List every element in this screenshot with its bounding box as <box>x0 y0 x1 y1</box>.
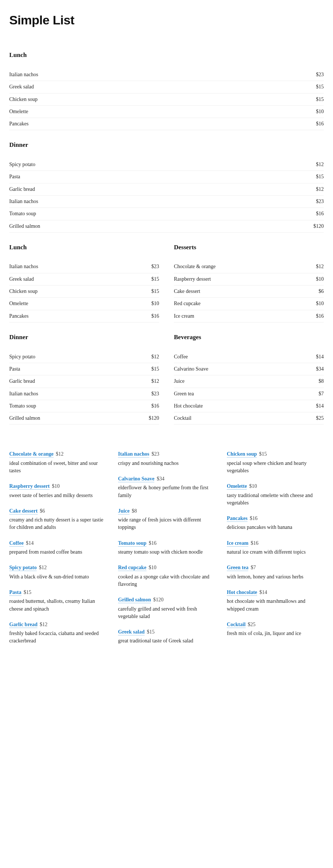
menu-row: Pasta$15 <box>9 363 159 375</box>
desc-item-link[interactable]: Grilled salmon <box>118 597 151 603</box>
desc-item-link[interactable]: Greek salad <box>118 629 145 635</box>
menu-item-name: Chocolate & orange <box>174 263 216 270</box>
desc-item: Juice$8wide range of fresh juices with d… <box>118 507 215 531</box>
menu-row: Spicy potato$12 <box>9 351 159 363</box>
desc-item-price: $16 <box>250 516 258 521</box>
desc-item-price: $12 <box>56 451 64 457</box>
menu-section: LunchItalian nachos$23Greek salad$15Chic… <box>9 51 324 130</box>
section-title: Beverages <box>174 333 324 342</box>
menu-item-name: Grilled salmon <box>9 223 40 230</box>
desc-item-link[interactable]: Juice <box>118 508 130 514</box>
desc-item-text: fresh mix of cola, jin, liquor and ice <box>227 630 324 637</box>
menu-item-price: $7 <box>319 390 324 398</box>
menu-item-name: Calvarino Soave <box>174 365 208 373</box>
desc-item-link[interactable]: Cake dessert <box>9 508 38 514</box>
desc-item-link[interactable]: Spicy potato <box>9 565 37 571</box>
desc-item-text: elderflower & honey perfume from the fir… <box>118 484 215 499</box>
menu-row: Italian nachos$23 <box>9 196 324 208</box>
menu-item-name: Pasta <box>9 365 20 373</box>
menu-item-name: Coffee <box>174 353 188 361</box>
desc-item-link[interactable]: Omelette <box>227 483 247 490</box>
menu-row: Ice cream$16 <box>174 310 324 322</box>
desc-item: Cocktail$25fresh mix of cola, jin, liquo… <box>227 621 324 638</box>
desc-item-price: $15 <box>24 590 31 595</box>
desc-item-price: $120 <box>153 597 164 602</box>
desc-item-link[interactable]: Ice cream <box>227 540 248 547</box>
desc-item-link[interactable]: Pasta <box>9 590 21 596</box>
desc-item-text: wide range of fresh juices with differen… <box>118 516 215 531</box>
desc-item: Pasta$15roasted butternut, shallots, cre… <box>9 589 106 613</box>
menu-item-price: $23 <box>316 71 324 78</box>
desc-item-link[interactable]: Chocolate & orange <box>9 451 54 457</box>
desc-item-text: With a black olive & sun-dried tomato <box>9 573 106 581</box>
menu-row: Hot chocolate$14 <box>174 400 324 412</box>
menu-item-price: $120 <box>313 223 324 230</box>
menu-item-price: $16 <box>151 402 159 410</box>
desc-item: Greek salad$15great traditional taste of… <box>118 628 215 645</box>
menu-item-price: $23 <box>316 198 324 205</box>
menu-item-name: Tomato soup <box>9 402 36 410</box>
menu-row: Grilled salmon$120 <box>9 220 324 233</box>
desc-item-link[interactable]: Tomato soup <box>118 540 147 547</box>
desc-item-link[interactable]: Green tea <box>227 565 248 571</box>
menu-item-price: $25 <box>316 415 324 422</box>
menu-item-name: Pasta <box>9 173 20 180</box>
menu-row: Cocktail$25 <box>174 412 324 425</box>
desc-item-link[interactable]: Chicken soup <box>227 451 257 457</box>
menu-item-name: Raspberry dessert <box>174 276 211 283</box>
desc-item-price: $12 <box>40 622 47 627</box>
desc-item: Cake dessert$6creamy and rich nutty dess… <box>9 507 106 531</box>
menu-item-price: $16 <box>316 210 324 217</box>
menu-item-name: Garlic bread <box>9 378 35 385</box>
desc-item: Garlic bread$12freshly baked focaccia, c… <box>9 621 106 645</box>
menu-section: DinnerSpicy potato$12Pasta$15Garlic brea… <box>9 333 159 425</box>
menu-item-price: $12 <box>151 353 159 361</box>
desc-item-price: $10 <box>149 565 157 570</box>
desc-item-price: $14 <box>259 590 267 595</box>
menu-item-price: $12 <box>316 263 324 270</box>
menu-item-name: Omelette <box>9 300 28 307</box>
desc-item: Red cupcake$10cooked as a sponge cake wi… <box>118 564 215 588</box>
section-title: Lunch <box>9 243 159 252</box>
menu-item-name: Pancakes <box>9 120 28 128</box>
desc-item-text: cooked as a sponge cake with chocolate a… <box>118 573 215 588</box>
desc-item-link[interactable]: Pancakes <box>227 516 248 522</box>
desc-item-price: $10 <box>52 483 60 489</box>
menu-item-name: Omelette <box>9 108 28 115</box>
menu-item-name: Red cupcake <box>174 300 201 307</box>
desc-item-link[interactable]: Coffee <box>9 540 24 547</box>
desc-item-link[interactable]: Garlic bread <box>9 622 37 628</box>
menu-row: Garlic bread$12 <box>9 375 159 388</box>
menu-row: Italian nachos$23 <box>9 69 324 81</box>
menu-item-name: Greek salad <box>9 276 34 283</box>
menu-item-name: Hot chocolate <box>174 402 203 410</box>
menu-row: Omelette$10 <box>9 298 159 310</box>
desc-item: Chocolate & orange$12ideal combination o… <box>9 450 106 474</box>
menu-item-name: Ice cream <box>174 313 194 320</box>
menu-item-price: $15 <box>316 96 324 103</box>
menu-item-price: $14 <box>316 402 324 410</box>
menu-row: Greek salad$15 <box>9 81 324 93</box>
desc-item-link[interactable]: Cocktail <box>227 622 246 628</box>
desc-item: Ice cream$16natural ice cream with diffe… <box>227 540 324 556</box>
desc-item-link[interactable]: Red cupcake <box>118 565 147 571</box>
desc-item: Italian nachos$23crispy and nourishing n… <box>118 450 215 467</box>
menu-item-price: $10 <box>316 108 324 115</box>
section-title: Dinner <box>9 141 324 150</box>
menu-item-name: Italian nachos <box>9 71 38 78</box>
menu-row: Green tea$7 <box>174 388 324 400</box>
menu-item-price: $16 <box>316 120 324 128</box>
menu-row: Chocolate & orange$12 <box>174 261 324 273</box>
desc-item-text: crispy and nourishing nachos <box>118 460 215 467</box>
desc-item-price: $23 <box>151 451 159 457</box>
section-title: Dinner <box>9 333 159 342</box>
desc-item-link[interactable]: Calvarino Soave <box>118 476 154 482</box>
desc-item: Chicken soup$15special soup where chicke… <box>227 450 324 474</box>
menu-row: Greek salad$15 <box>9 273 159 286</box>
menu-item-price: $10 <box>151 300 159 307</box>
menu-row: Raspberry dessert$10 <box>174 273 324 286</box>
menu-item-name: Pancakes <box>9 313 28 320</box>
desc-item-link[interactable]: Italian nachos <box>118 451 149 457</box>
desc-item-link[interactable]: Hot chocolate <box>227 590 257 596</box>
desc-item-link[interactable]: Raspberry dessert <box>9 483 50 490</box>
